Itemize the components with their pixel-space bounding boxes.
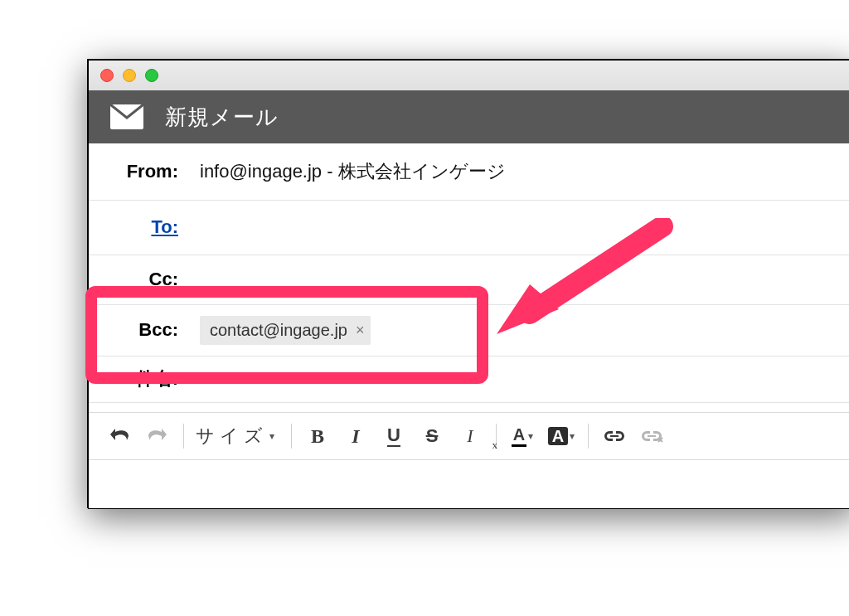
from-row: From: info@ingage.jp - 株式会社インゲージ [89, 143, 849, 201]
redo-button[interactable] [138, 422, 177, 450]
bcc-row: Bcc: contact@ingage.jp × [89, 304, 849, 357]
undo-button[interactable] [100, 422, 138, 450]
link-icon [604, 429, 625, 443]
from-value[interactable]: info@ingage.jp - 株式会社インゲージ [200, 159, 506, 184]
toolbar-separator [588, 424, 589, 449]
insert-link-button[interactable] [595, 422, 633, 450]
redo-icon [148, 429, 167, 444]
mail-icon [110, 104, 143, 129]
font-size-dropdown[interactable]: サイズ ▾ [191, 424, 284, 449]
underline-icon: U [387, 426, 400, 447]
toolbar-separator [183, 424, 184, 449]
bold-button[interactable]: B [298, 422, 337, 450]
mac-titlebar [89, 61, 849, 91]
cc-input[interactable] [200, 255, 849, 304]
from-separator: - [322, 161, 338, 182]
from-display-name: 株式会社インゲージ [338, 161, 506, 182]
bcc-recipient-chip[interactable]: contact@ingage.jp × [200, 316, 371, 345]
to-row: To: [89, 200, 849, 255]
compose-window: 新規メール From: info@ingage.jp - 株式会社インゲージ T… [88, 60, 849, 509]
from-email: info@ingage.jp [200, 161, 322, 182]
bcc-recipient-email: contact@ingage.jp [210, 321, 347, 340]
dropdown-caret-icon: ▾ [528, 430, 533, 442]
close-window-button[interactable] [100, 69, 114, 82]
compose-header: 新規メール [89, 90, 849, 143]
highlight-color-button[interactable]: A ▾ [541, 422, 581, 450]
compose-title: 新規メール [165, 103, 279, 132]
clear-format-icon: I [467, 425, 473, 447]
underline-button[interactable]: U [375, 422, 413, 450]
cc-label: Cc: [89, 269, 187, 290]
canvas: 新規メール From: info@ingage.jp - 株式会社インゲージ T… [0, 0, 849, 616]
strikethrough-button[interactable]: S [413, 422, 451, 450]
zoom-window-button[interactable] [145, 69, 158, 82]
text-color-icon: A [512, 426, 526, 447]
toolbar-separator [291, 424, 292, 449]
subject-label: 件名: [89, 366, 187, 391]
dropdown-caret-icon: ▾ [570, 430, 575, 442]
cc-row: Cc: [89, 255, 849, 305]
highlight-icon: A [548, 427, 568, 445]
remove-link-button[interactable] [633, 422, 672, 450]
remove-recipient-icon[interactable]: × [356, 322, 365, 339]
dropdown-caret-icon: ▾ [269, 430, 279, 442]
italic-button[interactable]: I [337, 422, 375, 450]
from-label: From: [89, 161, 187, 182]
to-input[interactable] [200, 200, 849, 255]
text-color-button[interactable]: A ▾ [503, 422, 541, 450]
to-label[interactable]: To: [89, 216, 187, 238]
clear-format-button[interactable]: Ix [451, 422, 489, 450]
subject-input[interactable] [200, 356, 849, 402]
subject-row: 件名: [89, 356, 849, 403]
unlink-icon [641, 429, 664, 444]
undo-icon [110, 429, 129, 444]
font-size-label: サイズ [196, 424, 268, 449]
bcc-label: Bcc: [89, 319, 187, 341]
minimize-window-button[interactable] [123, 69, 136, 82]
editor-toolbar: サイズ ▾ B I U S Ix A ▾ A ▾ [89, 412, 849, 460]
clear-format-x-icon: x [492, 439, 498, 452]
